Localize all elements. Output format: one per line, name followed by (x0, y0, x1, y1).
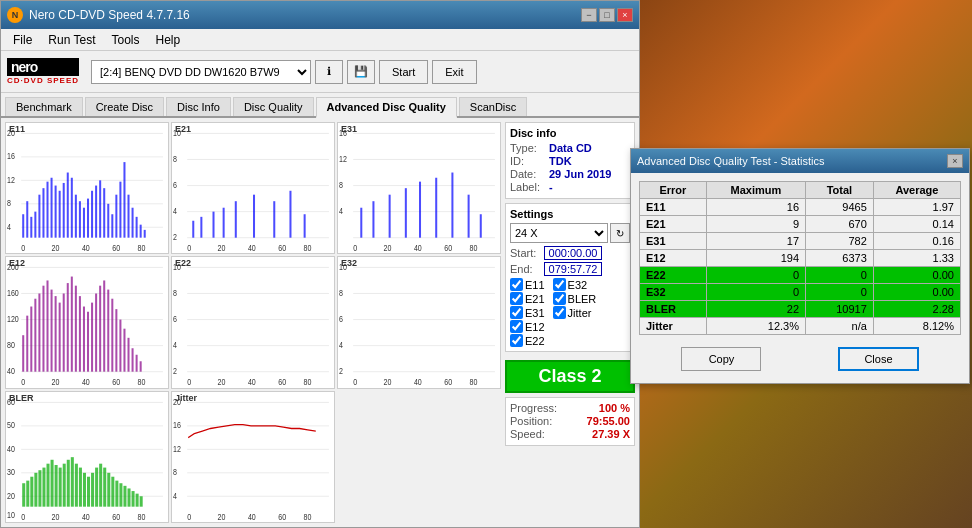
cb-bler-input[interactable] (553, 292, 566, 305)
modal-content: Error Maximum Total Average E11 16 9465 … (631, 173, 969, 383)
start-button[interactable]: Start (379, 60, 428, 84)
svg-text:40: 40 (248, 377, 256, 387)
stats-table: Error Maximum Total Average E11 16 9465 … (639, 181, 961, 335)
app-icon: N (7, 7, 23, 23)
svg-rect-126 (95, 294, 97, 372)
drive-info-button[interactable]: ℹ (315, 60, 343, 84)
svg-rect-188 (38, 470, 41, 506)
cb-e22-input[interactable] (510, 334, 523, 347)
svg-text:20: 20 (218, 512, 226, 522)
svg-text:60: 60 (278, 512, 286, 522)
chart-jitter-label: Jitter (175, 393, 197, 403)
svg-text:0: 0 (353, 243, 357, 253)
refresh-button[interactable]: ↻ (610, 223, 630, 243)
cb-e11[interactable]: E11 (510, 278, 545, 291)
svg-text:4: 4 (173, 341, 177, 351)
cb-e11-input[interactable] (510, 278, 523, 291)
svg-rect-211 (132, 491, 135, 507)
cb-jitter[interactable]: Jitter (553, 306, 592, 319)
svg-rect-92 (480, 214, 482, 237)
modal-close-icon[interactable]: × (947, 154, 963, 168)
svg-text:4: 4 (339, 206, 343, 216)
tab-disc-info[interactable]: Disc Info (166, 97, 231, 116)
modal-close-button[interactable]: Close (838, 347, 918, 371)
svg-rect-44 (140, 225, 142, 238)
row-total: 6373 (806, 250, 874, 267)
cb-e22[interactable]: E22 (510, 334, 545, 347)
svg-rect-27 (71, 178, 73, 238)
svg-text:20: 20 (52, 512, 60, 522)
col-maximum: Maximum (706, 182, 805, 199)
disc-date-value: 29 Jun 2019 (549, 168, 611, 180)
row-max: 0 (706, 284, 805, 301)
cb-e12-input[interactable] (510, 320, 523, 333)
svg-rect-125 (91, 303, 93, 372)
progress-value: 100 % (599, 402, 630, 414)
svg-text:16: 16 (7, 152, 15, 162)
tab-benchmark[interactable]: Benchmark (5, 97, 83, 116)
minimize-button[interactable]: − (581, 8, 597, 22)
tab-advanced-disc-quality[interactable]: Advanced Disc Quality (316, 97, 457, 118)
cb-e32[interactable]: E32 (553, 278, 588, 291)
cb-row-1: E11 E32 (510, 278, 630, 291)
svg-text:20: 20 (384, 377, 392, 387)
exit-button[interactable]: Exit (432, 60, 476, 84)
svg-rect-192 (55, 465, 58, 507)
svg-text:160: 160 (7, 289, 19, 299)
cb-e31[interactable]: E31 (510, 306, 545, 319)
maximize-button[interactable]: □ (599, 8, 615, 22)
svg-rect-16 (26, 201, 28, 237)
svg-text:80: 80 (304, 377, 312, 387)
menu-run-test[interactable]: Run Test (40, 31, 103, 49)
cb-e21-input[interactable] (510, 292, 523, 305)
svg-rect-127 (99, 286, 101, 372)
svg-rect-62 (200, 217, 202, 238)
cb-bler[interactable]: BLER (553, 292, 597, 305)
copy-button[interactable]: Copy (681, 347, 761, 371)
svg-text:0: 0 (187, 377, 191, 387)
tab-create-disc[interactable]: Create Disc (85, 97, 164, 116)
tab-disc-quality[interactable]: Disc Quality (233, 97, 314, 116)
menu-tools[interactable]: Tools (103, 31, 147, 49)
svg-rect-20 (42, 188, 44, 238)
cb-e31-input[interactable] (510, 306, 523, 319)
svg-rect-84 (360, 208, 362, 238)
drive-select[interactable]: [2:4] BENQ DVD DD DW1620 B7W9 (91, 60, 311, 84)
speed-select[interactable]: 24 X (510, 223, 608, 243)
table-row: E21 9 670 0.14 (640, 216, 961, 233)
modal-title-bar: Advanced Disc Quality Test - Statistics … (631, 149, 969, 173)
close-button[interactable]: × (617, 8, 633, 22)
row-error: E11 (640, 199, 707, 216)
svg-text:40: 40 (7, 367, 15, 377)
nero-logo: nero (7, 58, 79, 76)
svg-rect-133 (123, 329, 125, 372)
cb-e12[interactable]: E12 (510, 320, 545, 333)
svg-rect-124 (87, 312, 89, 372)
svg-rect-110 (30, 307, 32, 372)
svg-rect-195 (67, 459, 70, 506)
save-button[interactable]: 💾 (347, 60, 375, 84)
row-max: 12.3% (706, 318, 805, 335)
svg-rect-33 (95, 186, 97, 238)
cb-e32-input[interactable] (553, 278, 566, 291)
cb-jitter-input[interactable] (553, 306, 566, 319)
svg-rect-212 (136, 493, 139, 506)
chart-e31-label: E31 (341, 124, 357, 134)
svg-rect-65 (235, 201, 237, 237)
checkbox-group: E11 E32 E21 BLER E31 Jitter E12 (510, 278, 630, 347)
disc-disc-label-row: Label: - (510, 181, 630, 193)
svg-rect-63 (213, 212, 215, 238)
svg-rect-38 (115, 195, 117, 238)
menu-file[interactable]: File (5, 31, 40, 49)
svg-rect-112 (38, 294, 40, 372)
row-error: E32 (640, 284, 707, 301)
svg-text:20: 20 (218, 377, 226, 387)
tab-scan-disc[interactable]: ScanDisc (459, 97, 527, 116)
cb-e21[interactable]: E21 (510, 292, 545, 305)
progress-label: Progress: (510, 402, 557, 414)
svg-text:0: 0 (21, 243, 25, 253)
svg-rect-29 (79, 201, 81, 237)
menu-help[interactable]: Help (148, 31, 189, 49)
svg-rect-34 (99, 180, 101, 237)
svg-rect-15 (22, 214, 24, 237)
